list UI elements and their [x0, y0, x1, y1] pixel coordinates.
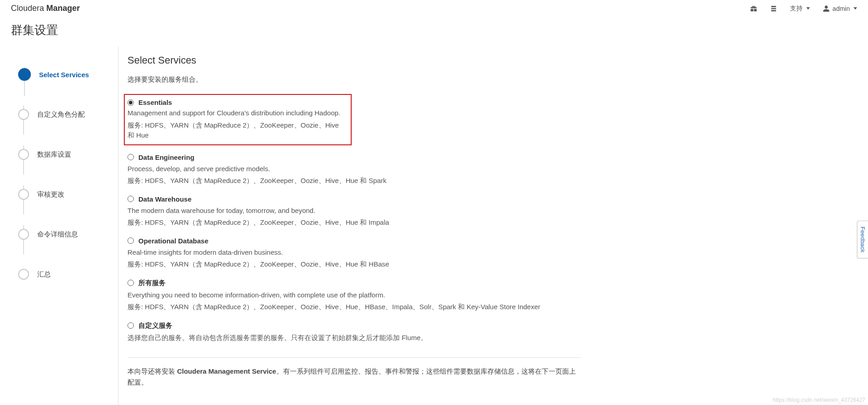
option-head: 所有服务 [128, 279, 581, 287]
gift-icon[interactable] [750, 5, 757, 12]
content: Select Services 选择要安装的服务组合。 EssentialsMa… [118, 46, 599, 405]
topbar-right: 支持 admin [750, 5, 857, 13]
step-label: 审核更改 [37, 190, 64, 199]
step-label: 汇总 [37, 270, 51, 279]
brand-light: Cloudera [11, 4, 46, 13]
service-option-4[interactable]: 所有服务Everything you need to become inform… [128, 274, 581, 317]
step-circle [18, 109, 29, 120]
caret-down-icon [853, 7, 857, 10]
content-subtitle: 选择要安装的服务组合。 [128, 75, 581, 84]
radio-button[interactable] [128, 280, 134, 286]
option-desc: The modern data warehouse for today, tom… [128, 206, 581, 216]
step-3[interactable]: 审核更改 [18, 174, 118, 214]
option-desc: 选择您自己的服务。将自动包含所选服务需要的服务。只有在设置了初始群集之后才能添加… [128, 333, 581, 343]
option-name: 所有服务 [138, 279, 166, 287]
step-label: 命令详细信息 [37, 230, 78, 239]
step-circle [18, 68, 31, 81]
option-desc: Process, develop, and serve predictive m… [128, 164, 581, 174]
option-head: 自定义服务 [128, 321, 581, 330]
topbar: Cloudera Manager 支持 admin [0, 0, 868, 19]
option-services: 服务: HDFS、YARN（含 MapReduce 2）、ZooKeeper、O… [128, 259, 581, 270]
brand[interactable]: Cloudera Manager [11, 4, 80, 13]
step-0[interactable]: Select Services [18, 54, 118, 94]
step-circle [18, 229, 29, 240]
user-menu[interactable]: admin [823, 5, 857, 12]
step-label: 自定义角色分配 [37, 110, 85, 119]
server-icon[interactable] [770, 5, 777, 12]
option-head: Operational Database [128, 237, 581, 245]
footer-pre: 本向导还将安装 [128, 367, 177, 375]
option-services: 服务: HDFS、YARN（含 MapReduce 2）、ZooKeeper、O… [128, 217, 581, 228]
step-2[interactable]: 数据库设置 [18, 134, 118, 174]
step-label: Select Services [39, 71, 89, 79]
option-services: 服务: HDFS、YARN（含 MapReduce 2）、ZooKeeper、O… [128, 120, 346, 141]
step-5[interactable]: 汇总 [18, 254, 118, 294]
support-label: 支持 [790, 5, 803, 13]
support-menu[interactable]: 支持 [790, 5, 810, 13]
step-circle [18, 149, 29, 160]
radio-button[interactable] [128, 237, 134, 244]
user-label: admin [833, 5, 850, 12]
step-label: 数据库设置 [37, 150, 71, 159]
service-option-2[interactable]: Data WarehouseThe modern data warehouse … [128, 191, 581, 232]
service-option-3[interactable]: Operational DatabaseReal-time insights f… [128, 232, 581, 274]
option-services: 服务: HDFS、YARN（含 MapReduce 2）、ZooKeeper、O… [128, 176, 581, 186]
footer-note: 本向导还将安装 Cloudera Management Service。有一系列… [128, 366, 581, 388]
layout: Select Services自定义角色分配数据库设置审核更改命令详细信息汇总 … [0, 46, 868, 405]
option-name: Data Engineering [138, 153, 194, 161]
separator [128, 357, 581, 358]
service-option-5[interactable]: 自定义服务选择您自己的服务。将自动包含所选服务需要的服务。只有在设置了初始群集之… [128, 317, 581, 350]
radio-button[interactable] [128, 322, 134, 329]
service-option-1[interactable]: Data EngineeringProcess, develop, and se… [128, 149, 581, 191]
radio-button[interactable] [128, 99, 134, 106]
option-desc: Real-time insights for modern data-drive… [128, 247, 581, 258]
option-desc: Everything you need to become informatio… [128, 290, 581, 301]
stepper: Select Services自定义角色分配数据库设置审核更改命令详细信息汇总 [18, 46, 118, 405]
option-name: Essentials [138, 99, 172, 106]
content-title: Select Services [128, 54, 581, 66]
service-option-0[interactable]: EssentialsManagement and support for Clo… [124, 94, 352, 145]
option-head: Data Warehouse [128, 195, 581, 203]
option-name: 自定义服务 [138, 321, 172, 330]
feedback-tab[interactable]: Feedback [857, 221, 868, 258]
footer-strong: Cloudera Management Service [177, 367, 276, 375]
watermark: https://blog.csdn.net/weixin_43726427 [773, 397, 865, 403]
option-services: 服务: HDFS、YARN（含 MapReduce 2）、ZooKeeper、O… [128, 302, 581, 312]
option-name: Data Warehouse [138, 195, 191, 203]
option-name: Operational Database [138, 237, 208, 245]
radio-button[interactable] [128, 154, 134, 160]
option-desc: Management and support for Cloudera's di… [128, 108, 346, 119]
user-icon [823, 5, 830, 12]
option-head: Data Engineering [128, 153, 581, 161]
radio-button[interactable] [128, 196, 134, 202]
option-head: Essentials [128, 99, 346, 106]
step-1[interactable]: 自定义角色分配 [18, 94, 118, 134]
step-4[interactable]: 命令详细信息 [18, 214, 118, 254]
caret-down-icon [806, 7, 810, 10]
page-title: 群集设置 [0, 19, 868, 46]
step-circle [18, 269, 29, 280]
brand-bold: Manager [46, 4, 80, 13]
step-circle [18, 189, 29, 200]
